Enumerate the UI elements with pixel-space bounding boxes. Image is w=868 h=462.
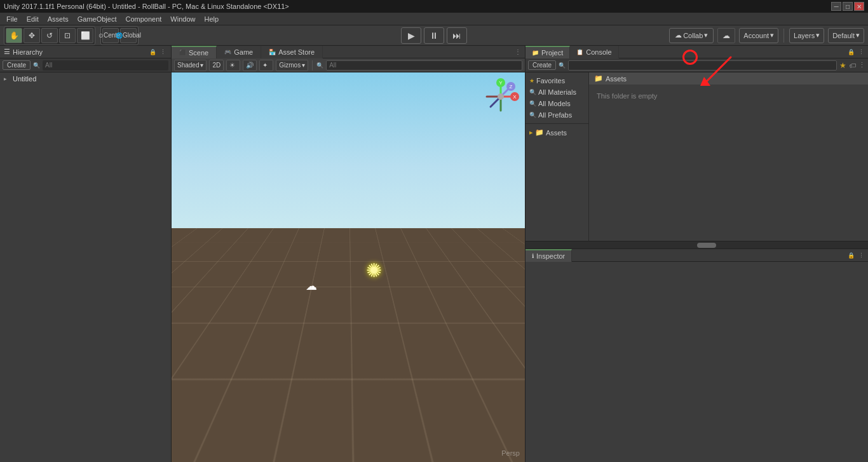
collab-label: Collab [683, 32, 703, 39]
tree-item-untitled[interactable]: ▸ Untitled [1, 74, 170, 84]
tab-scene[interactable]: ⬛ Scene [172, 46, 217, 58]
scene-gizmo[interactable]: X Y Z [482, 78, 520, 116]
assets-search-input[interactable] [568, 60, 837, 71]
hierarchy-toolbar: Create 🔍 [0, 58, 171, 72]
menu-component[interactable]: Component [121, 14, 165, 24]
menu-gameobject[interactable]: GameObject [74, 14, 121, 24]
window-controls[interactable]: ─ □ ✕ [831, 2, 864, 11]
fav-all-models[interactable]: 🔍 All Models [526, 98, 588, 109]
cloud-icon: ☁ [306, 279, 317, 293]
effects-toggle[interactable]: ✦ [259, 60, 273, 71]
play-button[interactable]: ▶ [401, 27, 421, 44]
collab-icon: ☁ [675, 31, 682, 39]
gizmos-label: Gizmos [279, 62, 301, 69]
fav-all-prefabs[interactable]: 🔍 All Prefabs [526, 109, 588, 121]
gizmos-dropdown[interactable]: Gizmos ▾ [276, 60, 308, 71]
title-bar: Unity 2017.1.1f1 Personal (64bit) - Unti… [0, 0, 868, 13]
layout-dropdown[interactable]: Default ▾ [828, 28, 864, 43]
svg-text:X: X [513, 94, 517, 100]
scale-tool-btn[interactable]: ⊡ [59, 28, 76, 43]
shading-dropdown[interactable]: Shaded ▾ [174, 60, 207, 71]
move-tool-btn[interactable]: ✥ [24, 28, 40, 43]
menu-file[interactable]: File [3, 14, 22, 24]
favorites-header: ★ Favorites [526, 75, 588, 86]
console-tab-label: Console [586, 48, 611, 56]
inspector-lock-btn[interactable]: 🔒 [846, 251, 855, 260]
scene-toolbar: Shaded ▾ 2D ☀ 🔊 ✦ Gizmos ▾ 🔍 [172, 58, 525, 72]
assets-tag-icon[interactable]: 🏷 [849, 62, 856, 69]
assets-tree-label: Assets [546, 129, 567, 137]
project-console-panel: 📁 Project 📋 Console 🔒 ⋮ Create 🔍 ★ 🏷 [526, 46, 868, 249]
minimize-btn[interactable]: ─ [831, 2, 841, 11]
tab-inspector[interactable]: ℹ Inspector [526, 249, 572, 262]
transform-tools: ✋ ✥ ↺ ⊡ ⬜ [4, 26, 95, 45]
menu-window[interactable]: Window [166, 14, 199, 24]
global-btn[interactable]: 🌐 Global [120, 28, 137, 43]
scene-tab-bar: ⬛ Scene 🎮 Game 🏪 Asset Store ⋮ [172, 46, 525, 58]
star-icon: ★ [529, 78, 534, 84]
assets-folder-item[interactable]: 📁 Assets [589, 72, 868, 85]
scene-search-input[interactable] [326, 60, 522, 71]
hierarchy-header: ☰ Hierarchy 🔒 ⋮ [0, 46, 171, 58]
center-icon: ⊙ [98, 32, 104, 39]
maximize-btn[interactable]: □ [843, 2, 853, 11]
game-tab-label: Game [234, 48, 253, 56]
layers-label: Layers [794, 32, 815, 39]
rotate-tool-btn[interactable]: ↺ [41, 28, 58, 43]
audio-toggle[interactable]: 🔊 [243, 60, 257, 71]
collab-dropdown-icon: ▾ [704, 31, 708, 39]
step-button[interactable]: ⏭ [447, 27, 467, 44]
cloud-button[interactable]: ☁ [717, 28, 735, 43]
menu-help[interactable]: Help [200, 14, 222, 24]
tab-game[interactable]: 🎮 Game [217, 46, 261, 58]
pivot-tools: ⊙ Center 🌐 Global [100, 26, 139, 45]
window-title: Unity 2017.1.1f1 Personal (64bit) - Unti… [4, 3, 289, 10]
project-tab-bar: 📁 Project 📋 Console 🔒 ⋮ [526, 46, 868, 58]
inspector-tab-icon: ℹ [532, 253, 534, 259]
hierarchy-title: Hierarchy [13, 48, 43, 56]
sun-icon: ✺ [366, 259, 382, 282]
hand-tool-btn[interactable]: ✋ [6, 28, 22, 43]
project-scrollbar[interactable] [526, 241, 868, 248]
tab-console[interactable]: 📋 Console [570, 46, 618, 58]
menu-assets[interactable]: Assets [44, 14, 72, 24]
close-btn[interactable]: ✕ [854, 2, 864, 11]
scroll-thumb[interactable] [697, 243, 716, 248]
lighting-toggle[interactable]: ☀ [226, 60, 240, 71]
hierarchy-lock-btn[interactable]: 🔒 [148, 48, 157, 57]
assets-fav-icon[interactable]: ★ [839, 61, 846, 70]
2d-toggle[interactable]: 2D [209, 60, 224, 71]
rect-tool-btn[interactable]: ⬜ [77, 28, 93, 43]
tab-asset-store[interactable]: 🏪 Asset Store [261, 46, 323, 58]
tab-more-btn[interactable]: ⋮ [511, 47, 525, 57]
scene-sky [172, 72, 525, 228]
fav-all-materials[interactable]: 🔍 All Materials [526, 86, 588, 98]
account-dropdown[interactable]: Account ▾ [739, 28, 778, 43]
hierarchy-panel: ☰ Hierarchy 🔒 ⋮ Create 🔍 ▸ Untitled [0, 46, 172, 462]
hierarchy-search-input[interactable] [43, 60, 168, 71]
layout-label: Default [832, 32, 855, 39]
menu-edit[interactable]: Edit [23, 14, 43, 24]
assets-tree-item[interactable]: ▸ 📁 Assets [526, 126, 588, 139]
scene-tab-icon: ⬛ [179, 50, 186, 56]
inspector-tab-bar: ℹ Inspector 🔒 ⋮ [526, 249, 868, 262]
folder-icon-2: 📁 [535, 128, 544, 137]
tab-project[interactable]: 📁 Project [526, 46, 570, 58]
scene-viewport[interactable]: ✺ ☁ X Y Z [172, 72, 525, 462]
layers-dropdown[interactable]: Layers ▾ [789, 28, 824, 43]
persp-label: Persp [501, 449, 520, 457]
project-lock-btn[interactable]: 🔒 [846, 48, 855, 57]
folder-icon: ▸ [529, 128, 533, 137]
collab-button[interactable]: ☁ Collab ▾ [669, 28, 714, 43]
hierarchy-create-btn[interactable]: Create [3, 60, 31, 70]
toolbar-sep-1 [783, 29, 784, 43]
account-dropdown-icon: ▾ [770, 31, 774, 39]
inspector-more-btn[interactable]: ⋮ [857, 251, 865, 260]
assets-create-btn[interactable]: Create [528, 60, 556, 70]
hierarchy-more-btn[interactable]: ⋮ [158, 48, 167, 57]
project-tab-icon: 📁 [532, 50, 539, 56]
search-small-icon: 🔍 [529, 89, 536, 95]
assets-more-icon[interactable]: ⋮ [858, 61, 865, 69]
project-more-btn[interactable]: ⋮ [857, 48, 865, 57]
pause-button[interactable]: ⏸ [424, 27, 444, 44]
